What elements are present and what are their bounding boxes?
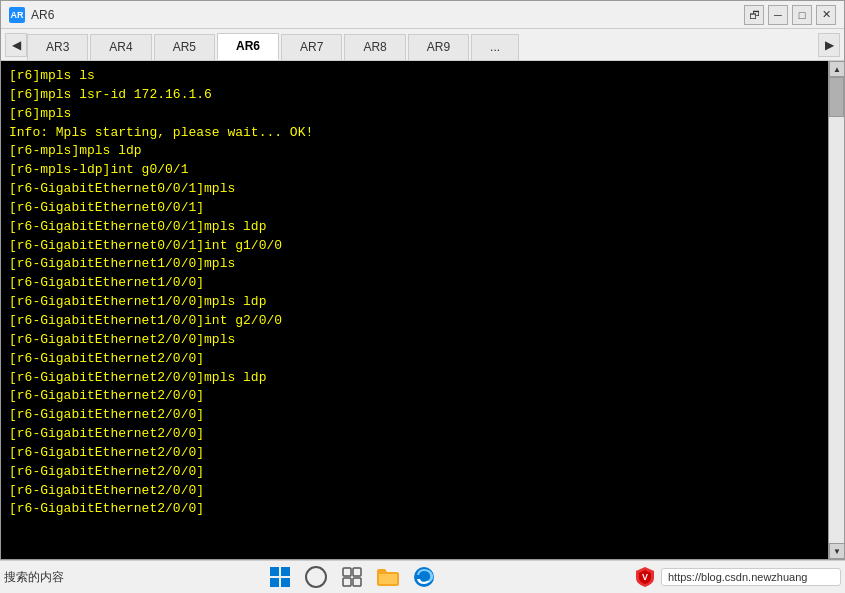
window-title: AR6 bbox=[31, 8, 744, 22]
svg-rect-1 bbox=[353, 568, 361, 576]
tab-ar3[interactable]: AR3 bbox=[27, 34, 88, 60]
file-explorer-button[interactable] bbox=[374, 563, 402, 591]
folder-icon bbox=[376, 567, 400, 587]
restore-button[interactable]: 🗗 bbox=[744, 5, 764, 25]
maximize-button[interactable]: □ bbox=[792, 5, 812, 25]
edge-icon bbox=[413, 566, 435, 588]
tab-ar8[interactable]: AR8 bbox=[344, 34, 405, 60]
scroll-down-button[interactable]: ▼ bbox=[829, 543, 844, 559]
window-controls: 🗗 ─ □ ✕ bbox=[744, 5, 836, 25]
taskbar-center-icons bbox=[72, 563, 631, 591]
sys-tray: V https://blog.csdn.newzhuang bbox=[631, 563, 841, 591]
svg-text:V: V bbox=[642, 572, 648, 582]
tabs-container: AR3 AR4 AR5 AR6 AR7 AR8 AR9 ... bbox=[27, 30, 818, 60]
tab-ar5[interactable]: AR5 bbox=[154, 34, 215, 60]
terminal-wrapper: [r6]mpls ls [r6]mpls lsr-id 172.16.1.6 [… bbox=[1, 61, 844, 559]
taskbar-search[interactable]: 搜索的内容 bbox=[4, 569, 64, 586]
windows-icon bbox=[270, 567, 290, 587]
scrollbar[interactable]: ▲ ▼ bbox=[828, 61, 844, 559]
edge-browser-button[interactable] bbox=[410, 563, 438, 591]
minimize-button[interactable]: ─ bbox=[768, 5, 788, 25]
task-view-button[interactable] bbox=[338, 563, 366, 591]
windows-start-button[interactable] bbox=[266, 563, 294, 591]
tab-ar9[interactable]: AR9 bbox=[408, 34, 469, 60]
tab-prev-button[interactable]: ◀ bbox=[5, 33, 27, 57]
scroll-thumb[interactable] bbox=[829, 77, 844, 117]
tab-ar6[interactable]: AR6 bbox=[217, 33, 279, 60]
url-bar[interactable]: https://blog.csdn.newzhuang bbox=[661, 568, 841, 586]
scroll-track[interactable] bbox=[829, 77, 844, 543]
tab-ar7[interactable]: AR7 bbox=[281, 34, 342, 60]
shield-icon: V bbox=[635, 566, 655, 588]
close-button[interactable]: ✕ bbox=[816, 5, 836, 25]
taskbar: 搜索的内容 bbox=[0, 560, 845, 593]
svg-rect-0 bbox=[343, 568, 351, 576]
tab-more[interactable]: ... bbox=[471, 34, 519, 60]
tab-bar: ◀ AR3 AR4 AR5 AR6 AR7 AR8 AR9 ... ▶ bbox=[1, 29, 844, 61]
terminal-output[interactable]: [r6]mpls ls [r6]mpls lsr-id 172.16.1.6 [… bbox=[1, 61, 828, 559]
task-view-icon bbox=[342, 567, 362, 587]
taskbar-search-text: 搜索的内容 bbox=[4, 569, 64, 586]
tab-next-button[interactable]: ▶ bbox=[818, 33, 840, 57]
scroll-up-button[interactable]: ▲ bbox=[829, 61, 844, 77]
search-button[interactable] bbox=[302, 563, 330, 591]
title-bar: AR AR6 🗗 ─ □ ✕ bbox=[1, 1, 844, 29]
tab-ar4[interactable]: AR4 bbox=[90, 34, 151, 60]
search-circle-icon bbox=[305, 566, 327, 588]
window-icon: AR bbox=[9, 7, 25, 23]
main-window: AR AR6 🗗 ─ □ ✕ ◀ AR3 AR4 AR5 AR6 AR7 AR8… bbox=[0, 0, 845, 560]
svg-rect-2 bbox=[343, 578, 351, 586]
vpn-icon[interactable]: V bbox=[631, 563, 659, 591]
svg-rect-3 bbox=[353, 578, 361, 586]
